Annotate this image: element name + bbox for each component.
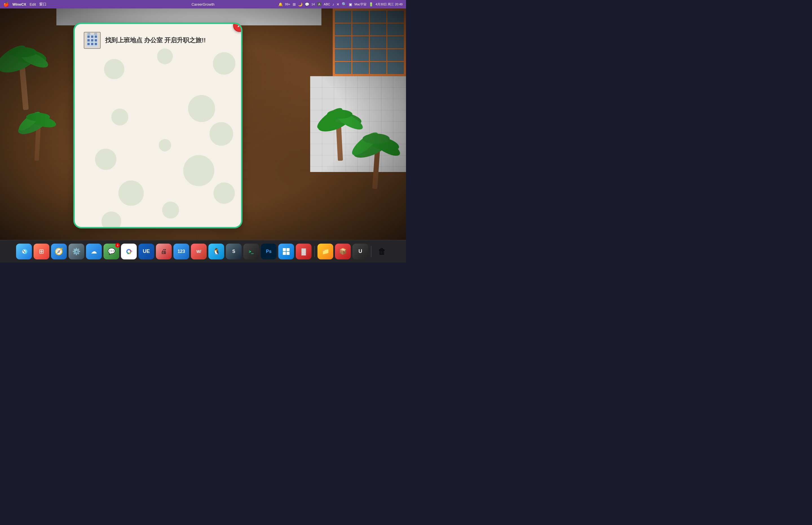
display-icon[interactable]: ▣ bbox=[349, 2, 352, 6]
wechat-status-icon[interactable]: 💬 bbox=[305, 2, 309, 6]
dock-trash[interactable]: 🗑 bbox=[374, 244, 390, 259]
building-window bbox=[370, 11, 386, 22]
building-window bbox=[352, 36, 369, 48]
search-icon[interactable]: 🔍 bbox=[342, 2, 346, 6]
dock-print[interactable]: 🖨 bbox=[156, 244, 172, 259]
dock-terminal[interactable]: >_ bbox=[243, 244, 259, 259]
svg-rect-47 bbox=[286, 252, 289, 255]
building-window bbox=[370, 62, 386, 74]
space-label[interactable]: Mac宇宙 bbox=[355, 2, 366, 6]
decorative-dot bbox=[159, 139, 171, 151]
wechat-badge: 3 bbox=[115, 243, 120, 247]
svg-point-5 bbox=[9, 47, 37, 57]
decorative-dot bbox=[188, 95, 215, 122]
svg-rect-11 bbox=[336, 124, 343, 161]
grid-icon[interactable]: ⊞ bbox=[293, 2, 296, 6]
dock-123[interactable]: 123 bbox=[174, 244, 189, 259]
building-window bbox=[370, 36, 386, 48]
wechat-count: 14 bbox=[312, 2, 315, 6]
svg-point-16 bbox=[327, 110, 352, 119]
dock-archiver[interactable]: 📦 bbox=[335, 244, 351, 259]
close-icon: ✕ bbox=[237, 22, 242, 29]
svg-rect-17 bbox=[372, 149, 380, 189]
dock-ue[interactable]: UE bbox=[138, 244, 154, 259]
svg-rect-27 bbox=[91, 35, 93, 38]
building-window bbox=[387, 62, 404, 74]
decorative-dot bbox=[183, 155, 214, 186]
svg-point-10 bbox=[26, 113, 50, 121]
decorative-dot bbox=[118, 180, 144, 206]
dialog-title: 找到上班地点 办公室 开启升职之旅!! bbox=[105, 36, 206, 45]
menubar-right: 🔔 99+ ⊞ 🌙 💬 14 A ABC ♪ ✕ 🔍 ▣ Mac宇宙 🔋 4月3… bbox=[278, 2, 403, 6]
building-window bbox=[387, 36, 404, 48]
notification-count: 99+ bbox=[285, 2, 290, 6]
dock-baidu-netdisk[interactable]: ☁ bbox=[86, 244, 102, 259]
svg-point-39 bbox=[23, 250, 24, 252]
dock-bars-app[interactable]: ▓ bbox=[296, 244, 312, 259]
building-window bbox=[335, 24, 351, 35]
dock-wps[interactable]: W/ bbox=[191, 244, 207, 259]
input-indicator[interactable]: A bbox=[317, 2, 321, 6]
decorative-dot bbox=[95, 149, 117, 170]
dock-photoshop[interactable]: Ps bbox=[261, 244, 276, 259]
palm-tree-left-2 bbox=[17, 104, 59, 161]
menubar: 🍎 WineCX Edit 窗口 CareerGrowth 🔔 99+ ⊞ 🌙 … bbox=[0, 0, 406, 9]
svg-rect-24 bbox=[87, 33, 90, 35]
svg-rect-0 bbox=[19, 64, 29, 110]
building-window bbox=[335, 11, 351, 22]
decorative-dot bbox=[213, 182, 235, 204]
dialog-header: 找到上班地点 办公室 开启升职之旅!! bbox=[75, 24, 241, 53]
building-window bbox=[370, 49, 386, 61]
notification-icon[interactable]: 🔔 bbox=[278, 2, 283, 6]
svg-rect-45 bbox=[286, 248, 289, 251]
edit-menu[interactable]: Edit bbox=[30, 2, 36, 6]
dock: ⊞ 🧭 ⚙️ ☁ 💬 3 UE 🖨 123 W/ 🐧 S bbox=[0, 240, 406, 262]
building-window bbox=[352, 11, 369, 22]
dock-separator bbox=[314, 246, 315, 257]
orange-building bbox=[333, 9, 406, 76]
dock-folder[interactable]: 📁 bbox=[317, 244, 333, 259]
datetime[interactable]: 4月30日 周三 20:49 bbox=[376, 2, 403, 6]
dock-steam[interactable]: S bbox=[226, 244, 242, 259]
decorative-dot bbox=[210, 122, 233, 146]
building-window bbox=[370, 24, 386, 35]
building-window bbox=[387, 11, 404, 22]
building-window bbox=[387, 49, 404, 61]
building-window bbox=[387, 24, 404, 35]
window-title: CareerGrowth bbox=[192, 2, 214, 6]
dock-wechat[interactable]: 💬 3 bbox=[104, 244, 119, 259]
dock-qq[interactable]: 🐧 bbox=[208, 244, 224, 259]
window-menu[interactable]: 窗口 bbox=[39, 2, 46, 7]
moon-icon[interactable]: 🌙 bbox=[298, 2, 302, 6]
svg-rect-29 bbox=[87, 39, 90, 42]
dock-unity[interactable]: U bbox=[352, 244, 368, 259]
svg-rect-26 bbox=[87, 35, 90, 38]
building-window bbox=[335, 62, 351, 74]
building-window bbox=[335, 36, 351, 48]
building-window bbox=[352, 62, 369, 74]
abc-label[interactable]: ABC bbox=[324, 2, 330, 6]
dock-system-preferences[interactable]: ⚙️ bbox=[69, 244, 84, 259]
quest-dialog: ✕ bbox=[73, 22, 242, 228]
dock-launchpad[interactable]: ⊞ bbox=[33, 244, 49, 259]
dock-windows[interactable] bbox=[278, 244, 294, 259]
dock-separator-2 bbox=[371, 246, 371, 257]
dock-chrome[interactable] bbox=[121, 244, 137, 259]
dialog-decorative-dots bbox=[75, 24, 241, 227]
building-window bbox=[352, 24, 369, 35]
dialog-icon bbox=[84, 32, 101, 49]
palm-tree-left-1 bbox=[0, 31, 56, 110]
decorative-dot bbox=[102, 211, 121, 228]
decorative-dot bbox=[162, 201, 179, 219]
svg-rect-34 bbox=[95, 43, 97, 45]
apple-menu-icon[interactable]: 🍎 bbox=[3, 2, 9, 7]
menubar-left: 🍎 WineCX Edit 窗口 bbox=[3, 2, 46, 7]
dock-safari[interactable]: 🧭 bbox=[51, 244, 67, 259]
decorative-dot bbox=[104, 59, 124, 79]
app-name[interactable]: WineCX bbox=[12, 2, 26, 6]
svg-point-40 bbox=[24, 252, 25, 253]
svg-rect-44 bbox=[283, 248, 286, 251]
wifi-off-icon[interactable]: ✕ bbox=[336, 2, 340, 6]
dock-finder[interactable] bbox=[16, 244, 32, 259]
audio-icon[interactable]: ♪ bbox=[332, 2, 334, 6]
